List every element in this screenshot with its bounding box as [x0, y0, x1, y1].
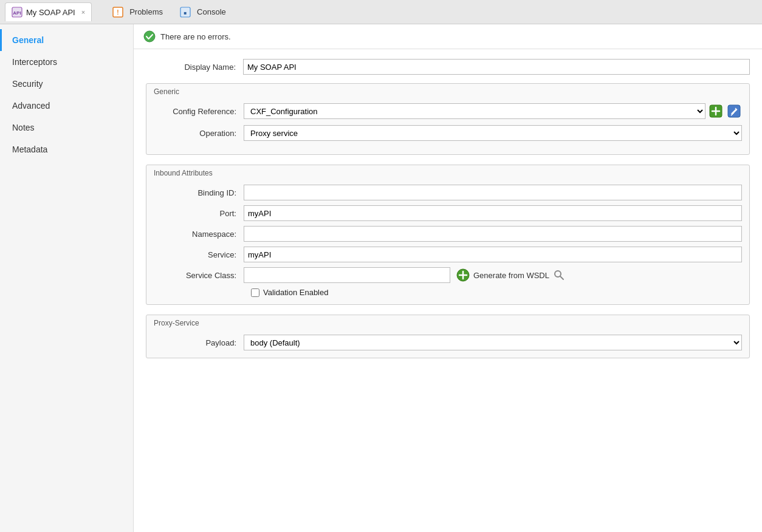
console-nav-item[interactable]: ■ Console	[171, 3, 235, 21]
top-bar: API My SOAP API × ! Problems ■ Console	[0, 0, 762, 24]
port-label: Port:	[154, 209, 244, 218]
soap-api-icon: API	[12, 7, 22, 18]
validation-label: Validation Enabled	[263, 288, 328, 297]
svg-text:!: !	[117, 9, 118, 16]
sidebar: General Interceptors Security Advanced N…	[0, 24, 134, 532]
payload-label: Payload:	[154, 338, 244, 347]
operation-select[interactable]: Proxy service	[244, 125, 742, 141]
svg-point-6	[144, 31, 155, 42]
main-tab[interactable]: API My SOAP API ×	[5, 2, 92, 21]
form-area: Display Name: Generic Config Reference: …	[134, 49, 762, 378]
operation-row: Operation: Proxy service	[154, 125, 742, 141]
namespace-row: Namespace:	[154, 226, 742, 242]
svg-text:■: ■	[184, 10, 187, 16]
service-row: Service:	[154, 247, 742, 262]
binding-id-row: Binding ID:	[154, 185, 742, 200]
inbound-section: Inbound Attributes Binding ID: Port: N	[146, 165, 750, 305]
port-row: Port:	[154, 205, 742, 221]
status-message: There are no errors.	[160, 32, 231, 41]
config-ref-select[interactable]: CXF_Configuration	[244, 103, 705, 119]
display-name-row: Display Name:	[146, 59, 750, 75]
add-config-button[interactable]	[708, 103, 724, 119]
binding-id-label: Binding ID:	[154, 188, 244, 197]
sidebar-item-metadata[interactable]: Metadata	[0, 138, 133, 160]
proxy-section-title: Proxy-Service	[146, 315, 749, 330]
payload-select[interactable]: body (Default)	[244, 335, 742, 350]
tab-close-button[interactable]: ×	[81, 9, 85, 16]
namespace-label: Namespace:	[154, 230, 244, 239]
display-name-input[interactable]	[243, 59, 750, 75]
edit-icon	[727, 104, 741, 118]
problems-icon: !	[112, 7, 123, 18]
inbound-section-title: Inbound Attributes	[146, 165, 749, 180]
problems-label: Problems	[129, 7, 163, 16]
main-layout: General Interceptors Security Advanced N…	[0, 24, 762, 532]
config-ref-label: Config Reference:	[154, 107, 244, 116]
svg-text:API: API	[13, 10, 21, 16]
generic-section-body: Config Reference: CXF_Configuration	[146, 98, 749, 154]
sidebar-item-general[interactable]: General	[0, 29, 133, 51]
plus-icon	[709, 104, 723, 118]
edit-config-button[interactable]	[726, 103, 742, 119]
namespace-input[interactable]	[244, 226, 742, 242]
generate-wsdl-label: Generate from WSDL	[473, 271, 549, 280]
binding-id-input[interactable]	[244, 185, 742, 200]
svg-line-16	[560, 276, 563, 279]
console-icon: ■	[180, 7, 191, 18]
generic-section-title: Generic	[146, 84, 749, 98]
success-icon	[143, 30, 156, 43]
service-input[interactable]	[244, 247, 742, 262]
tab-title: My SOAP API	[26, 8, 75, 17]
operation-label: Operation:	[154, 129, 244, 138]
console-label: Console	[197, 7, 226, 16]
inbound-section-body: Binding ID: Port: Namespace:	[146, 180, 749, 304]
sidebar-item-notes[interactable]: Notes	[0, 117, 133, 138]
payload-row: Payload: body (Default)	[154, 335, 742, 350]
sidebar-item-security[interactable]: Security	[0, 73, 133, 95]
generate-wsdl-button[interactable]: Generate from WSDL	[456, 268, 565, 282]
sidebar-item-interceptors[interactable]: Interceptors	[0, 51, 133, 73]
add-green-icon	[456, 268, 470, 282]
service-class-input[interactable]	[244, 267, 450, 283]
proxy-section: Proxy-Service Payload: body (Default)	[146, 315, 750, 358]
search-icon	[553, 269, 565, 281]
problems-nav-item[interactable]: ! Problems	[104, 3, 171, 21]
proxy-section-body: Payload: body (Default)	[146, 330, 749, 358]
generic-section: Generic Config Reference: CXF_Configurat…	[146, 83, 750, 155]
top-nav: ! Problems ■ Console	[104, 3, 235, 21]
service-class-label: Service Class:	[154, 271, 244, 280]
service-label: Service:	[154, 250, 244, 259]
validation-checkbox[interactable]	[251, 288, 259, 297]
validation-row: Validation Enabled	[251, 288, 742, 297]
status-bar: There are no errors.	[134, 24, 762, 49]
config-ref-row: Config Reference: CXF_Configuration	[154, 103, 742, 119]
service-class-row: Service Class: Generate from WSDL	[154, 267, 742, 283]
sidebar-item-advanced[interactable]: Advanced	[0, 95, 133, 117]
display-name-label: Display Name:	[146, 63, 243, 72]
port-input[interactable]	[244, 205, 742, 221]
content-area: There are no errors. Display Name: Gener…	[134, 24, 762, 532]
